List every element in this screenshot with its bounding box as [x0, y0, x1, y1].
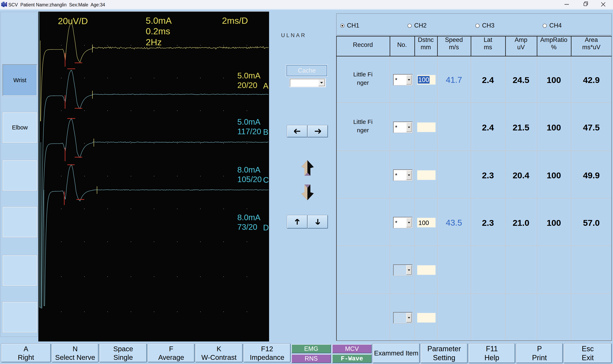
svg-text:2Hz: 2Hz: [146, 37, 162, 47]
svg-text:105/20: 105/20: [237, 175, 262, 184]
svg-text:73/20: 73/20: [237, 222, 257, 231]
svg-text:5.0mA: 5.0mA: [237, 117, 261, 126]
svg-text:5.0mA: 5.0mA: [146, 15, 172, 26]
svg-text:5.0mA: 5.0mA: [237, 71, 261, 80]
svg-text:B: B: [263, 128, 268, 136]
svg-text:117/20: 117/20: [237, 127, 261, 136]
svg-text:2ms/D: 2ms/D: [222, 15, 248, 26]
svg-text:20/20: 20/20: [237, 81, 257, 90]
svg-text:C: C: [263, 176, 269, 184]
svg-text:20uV/D: 20uV/D: [58, 16, 88, 26]
svg-text:8.0mA: 8.0mA: [237, 165, 261, 174]
svg-text:D: D: [263, 223, 269, 232]
svg-text:A: A: [263, 81, 268, 90]
svg-text:0.2ms: 0.2ms: [146, 26, 170, 36]
svg-text:8.0mA: 8.0mA: [237, 213, 261, 222]
